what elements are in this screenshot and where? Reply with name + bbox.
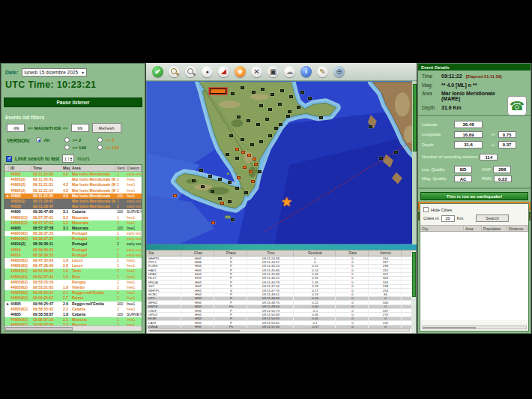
station-marker[interactable] [270,93,274,96]
select-area-icon[interactable]: ▣ [267,66,279,77]
events-horizontal-scrollbar[interactable] [4,326,142,331]
event-row[interactable]: 44805(12)08:57:37:033.2Macerata2free1 [4,220,142,226]
event-row[interactable]: 44805(62)09:56:25:622.7Parma2free1 [4,296,142,301]
epicenter-star-marker[interactable]: ★ [281,196,292,208]
station-marker[interactable] [379,157,383,160]
station-marker[interactable] [247,119,250,122]
station-marker[interactable] [199,169,203,172]
map-canvas[interactable]: ★ [146,81,417,244]
triggered-station-marker[interactable] [241,151,245,154]
station-marker[interactable] [228,200,232,203]
radius-input[interactable] [441,215,455,222]
cities-horizontal-scrollbar[interactable] [422,326,527,329]
magnitude-min-input[interactable] [7,124,25,132]
station-marker[interactable] [286,115,290,118]
triggered-station-marker[interactable] [211,221,215,224]
station-marker[interactable] [394,151,398,154]
station-marker[interactable] [308,97,312,100]
station-marker[interactable] [268,134,272,137]
station-marker[interactable] [265,118,269,121]
station-marker[interactable] [229,134,233,137]
station-marker[interactable] [226,153,229,156]
station-marker[interactable] [235,157,239,160]
event-row[interactable]: 44805(62)09:56:25:912.1Reggio nell'Emili… [4,290,142,296]
event-row[interactable]: 44805(92)08:39:37:25Portugal5early-est_e… [4,236,142,242]
event-row[interactable]: 4480508:57:37:583.1Macerata100free1 [4,226,142,231]
station-marker[interactable] [211,190,214,193]
station-marker[interactable] [289,95,293,98]
station-marker[interactable] [244,191,248,194]
station-marker[interactable] [369,125,372,128]
station-marker[interactable] [218,197,222,200]
event-row[interactable]: 4480509:58:58:871.8Catania100SURVEY-INGV… [4,312,142,317]
station-marker[interactable] [208,175,212,178]
zoom-in-icon[interactable] [169,66,180,77]
event-row[interactable]: 44805(2)09:11:28:47Mar Ionio Meridionale… [4,199,142,204]
event-row[interactable]: 4481608:39:39:25Portugal5early-est_en1.2… [4,253,142,258]
station-marker[interactable] [231,92,235,95]
station-marker[interactable] [235,187,239,190]
event-row[interactable]: ►4480509:11:22:254.0Mar Ionio Meridional… [4,194,142,199]
close-icon[interactable]: ✕ [251,66,262,77]
date-picker[interactable]: lunedì 15 dicembre 2025 ▾ [22,68,88,76]
epicenter-star-icon[interactable]: ★ [235,66,246,77]
station-marker[interactable] [261,88,265,91]
station-marker[interactable] [228,181,232,184]
info-icon[interactable]: i [300,66,312,77]
globe-icon[interactable]: ⊕ [333,66,345,77]
station-marker[interactable] [259,104,263,107]
event-row[interactable]: 44805(62)10:08:07:192.1Messina2free1 [4,317,142,322]
station-marker[interactable] [258,170,262,173]
station-marker[interactable] [259,140,263,143]
italy-map-icon[interactable]: ◢ [218,66,229,77]
station-marker[interactable] [201,185,205,188]
station-marker[interactable] [319,116,323,119]
not-earthquake-button[interactable]: This is not an earthquake! [420,192,528,200]
station-marker[interactable] [241,138,244,141]
eraser-icon[interactable]: ● [202,66,213,77]
event-row[interactable]: 4481608:39:39:23Portugal1early-est_en1.2… [4,248,142,253]
picks-vertical-scrollbar[interactable] [411,250,416,334]
station-marker[interactable] [250,143,254,146]
event-row[interactable]: 44805(2)09:11:21:314.2Mar Ionio Meridion… [4,182,142,188]
triggered-station-marker[interactable] [173,194,177,197]
station-marker[interactable] [256,123,260,126]
event-row[interactable]: 44805(62)09:58:55:422.2Catania2free1 [4,307,142,312]
zoom-out-icon[interactable] [185,66,196,77]
station-marker[interactable] [274,127,278,130]
hide-cities-checkbox[interactable] [423,207,429,212]
station-marker[interactable] [300,91,304,94]
stepper-arrows-icon[interactable]: ▲▼ [68,157,74,161]
triggered-station-marker[interactable] [254,163,258,166]
event-row[interactable]: 44805(92)08:39:37:25Portugal2early-est_e… [4,231,142,236]
highlighted-station-marker[interactable] [210,88,226,94]
event-row[interactable]: 4480509:30:47:953.1Catania100SURVEY-INGV… [4,209,142,214]
triggered-station-marker[interactable] [253,158,256,160]
event-row[interactable]: 44805(62)09:53:21:621.8Viterbo2free1 [4,285,142,290]
event-row[interactable]: 4483609:11:29:47Mar Ionio Meridionale5ea… [4,204,142,209]
event-row[interactable]: 4480509:11:20:394.0Mar Ionio Meridionale… [4,172,142,177]
triggered-station-marker[interactable] [235,148,239,151]
triggered-station-marker[interactable] [243,166,247,169]
event-row[interactable]: 44805(62)09:47:35:841.6Lecco2free1 [4,258,142,263]
station-marker[interactable] [280,89,284,92]
version-option-lte5[interactable]: <= 5 [97,137,130,142]
version-option-gte100[interactable]: >= 100 [64,145,97,150]
pause-listener-button[interactable]: Pause listener [4,98,142,107]
station-marker[interactable] [279,123,282,126]
event-row[interactable]: 44805(62)09:47:36:092.0Lecco2free1 [4,263,142,268]
event-row[interactable]: 44816(2)08:39:38:11Portugal2early-est_en… [4,242,142,247]
triggered-station-marker[interactable] [220,202,224,205]
event-row[interactable]: 44805(62)09:53:15:16Perugia2free1 [4,280,142,285]
version-option-all[interactable]: All [36,137,64,142]
event-row[interactable]: 44805(2)09:11:20:41Mar Ionio Meridionale… [4,177,142,182]
version-option-lte100[interactable]: <= 100 [97,145,130,150]
station-marker[interactable] [241,86,244,89]
triggered-station-marker[interactable] [251,180,255,183]
station-marker[interactable] [278,103,282,106]
picks-horizontal-scrollbar[interactable] [148,328,410,332]
search-button[interactable]: Search [476,214,508,222]
confirm-icon[interactable]: ✔ [152,66,163,77]
event-row[interactable]: 44805(62)09:52:07:441.6Rieti2free1 [4,274,142,280]
event-row[interactable]: ►4480509:56:25:472.6Reggio nell'Emilia10… [4,302,142,307]
